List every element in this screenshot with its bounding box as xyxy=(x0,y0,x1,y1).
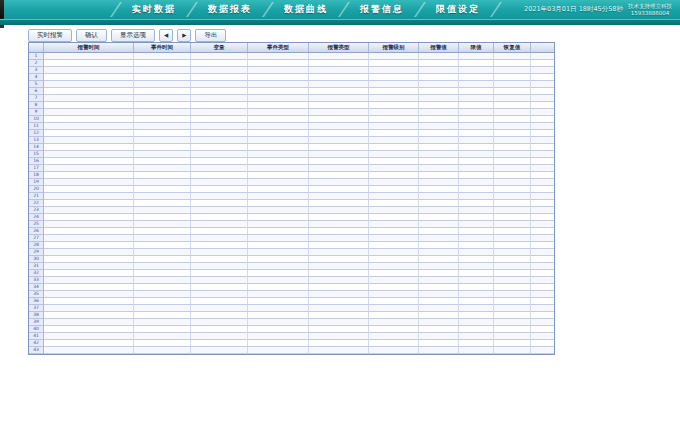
empty-cell xyxy=(419,249,459,256)
table-row[interactable]: 41 xyxy=(29,333,554,340)
table-row[interactable]: 31 xyxy=(29,263,554,270)
prev-page-button[interactable]: ◀ xyxy=(159,29,173,42)
table-row[interactable]: 1 xyxy=(29,53,554,60)
tab-alarm-info[interactable]: 报警信息 xyxy=(348,0,416,19)
empty-cell xyxy=(44,123,134,130)
table-row[interactable]: 37 xyxy=(29,305,554,312)
row-number: 41 xyxy=(29,333,44,340)
empty-cell xyxy=(494,214,531,221)
empty-cell xyxy=(459,179,494,186)
table-row[interactable]: 5 xyxy=(29,81,554,88)
table-row[interactable]: 22 xyxy=(29,200,554,207)
table-row[interactable]: 25 xyxy=(29,221,554,228)
empty-cell xyxy=(191,312,248,319)
row-number: 20 xyxy=(29,186,44,193)
table-row[interactable]: 30 xyxy=(29,256,554,263)
table-row[interactable]: 3 xyxy=(29,67,554,74)
empty-cell xyxy=(531,235,554,242)
empty-cell xyxy=(191,249,248,256)
table-row[interactable]: 6 xyxy=(29,88,554,95)
table-row[interactable]: 4 xyxy=(29,74,554,81)
display-options-button[interactable]: 显示选项 xyxy=(111,29,155,42)
table-row[interactable]: 11 xyxy=(29,123,554,130)
table-row[interactable]: 23 xyxy=(29,207,554,214)
tab-realtime-data[interactable]: 实时数据 xyxy=(120,0,188,19)
empty-cell xyxy=(459,333,494,340)
empty-cell xyxy=(419,74,459,81)
table-row[interactable]: 26 xyxy=(29,228,554,235)
table-row[interactable]: 32 xyxy=(29,270,554,277)
empty-cell xyxy=(248,340,309,347)
table-row[interactable]: 21 xyxy=(29,193,554,200)
col-variable[interactable]: 变量 xyxy=(191,43,248,52)
table-row[interactable]: 34 xyxy=(29,284,554,291)
empty-cell xyxy=(494,326,531,333)
empty-cell xyxy=(309,228,369,235)
tab-data-curve[interactable]: 数据曲线 xyxy=(272,0,340,19)
empty-cell xyxy=(248,242,309,249)
col-event-time[interactable]: 事件时间 xyxy=(134,43,191,52)
table-row[interactable]: 20 xyxy=(29,186,554,193)
table-row[interactable]: 2 xyxy=(29,60,554,67)
confirm-button[interactable]: 确认 xyxy=(76,29,107,42)
table-row[interactable]: 27 xyxy=(29,235,554,242)
col-alarm-value[interactable]: 报警值 xyxy=(419,43,459,52)
empty-cell xyxy=(419,235,459,242)
col-alarm-level[interactable]: 报警级别 xyxy=(369,43,419,52)
empty-cell xyxy=(44,88,134,95)
empty-cell xyxy=(531,123,554,130)
table-row[interactable]: 13 xyxy=(29,137,554,144)
empty-cell xyxy=(134,277,191,284)
table-row[interactable]: 12 xyxy=(29,130,554,137)
table-row[interactable]: 9 xyxy=(29,109,554,116)
col-alarm-time[interactable]: 报警时间 xyxy=(44,43,134,52)
next-page-button[interactable]: ▶ xyxy=(177,29,191,42)
table-row[interactable]: 40 xyxy=(29,326,554,333)
table-row[interactable]: 16 xyxy=(29,158,554,165)
table-row[interactable]: 19 xyxy=(29,179,554,186)
empty-cell xyxy=(309,158,369,165)
table-row[interactable]: 43 xyxy=(29,347,554,354)
table-row[interactable]: 18 xyxy=(29,172,554,179)
tab-data-report[interactable]: 数据报表 xyxy=(196,0,264,19)
table-row[interactable]: 42 xyxy=(29,340,554,347)
table-row[interactable]: 38 xyxy=(29,312,554,319)
realtime-alarm-button[interactable]: 实时报警 xyxy=(28,29,72,42)
empty-cell xyxy=(134,221,191,228)
empty-cell xyxy=(248,235,309,242)
table-row[interactable]: 8 xyxy=(29,102,554,109)
table-row[interactable]: 28 xyxy=(29,242,554,249)
row-number: 24 xyxy=(29,214,44,221)
empty-cell xyxy=(459,144,494,151)
empty-cell xyxy=(459,102,494,109)
table-row[interactable]: 17 xyxy=(29,165,554,172)
empty-cell xyxy=(134,137,191,144)
table-row[interactable]: 29 xyxy=(29,249,554,256)
empty-cell xyxy=(191,284,248,291)
empty-cell xyxy=(191,333,248,340)
empty-cell xyxy=(494,270,531,277)
col-limit-value[interactable]: 限值 xyxy=(459,43,494,52)
table-row[interactable]: 15 xyxy=(29,151,554,158)
empty-cell xyxy=(531,291,554,298)
table-row[interactable]: 39 xyxy=(29,319,554,326)
table-row[interactable]: 7 xyxy=(29,95,554,102)
table-row[interactable]: 10 xyxy=(29,116,554,123)
col-alarm-type[interactable]: 报警类型 xyxy=(309,43,369,52)
tab-limit-setting[interactable]: 限值设定 xyxy=(424,0,492,19)
col-recover-value[interactable]: 恢复值 xyxy=(494,43,531,52)
empty-cell xyxy=(459,53,494,60)
table-row[interactable]: 35 xyxy=(29,291,554,298)
empty-cell xyxy=(494,319,531,326)
empty-cell xyxy=(531,193,554,200)
empty-cell xyxy=(44,242,134,249)
empty-cell xyxy=(494,277,531,284)
col-event-type[interactable]: 事件类型 xyxy=(248,43,309,52)
empty-cell xyxy=(134,186,191,193)
table-row[interactable]: 33 xyxy=(29,277,554,284)
table-row[interactable]: 14 xyxy=(29,144,554,151)
table-row[interactable]: 24 xyxy=(29,214,554,221)
export-button[interactable]: 导出 xyxy=(195,29,226,42)
table-row[interactable]: 44 xyxy=(29,354,554,355)
table-row[interactable]: 36 xyxy=(29,298,554,305)
